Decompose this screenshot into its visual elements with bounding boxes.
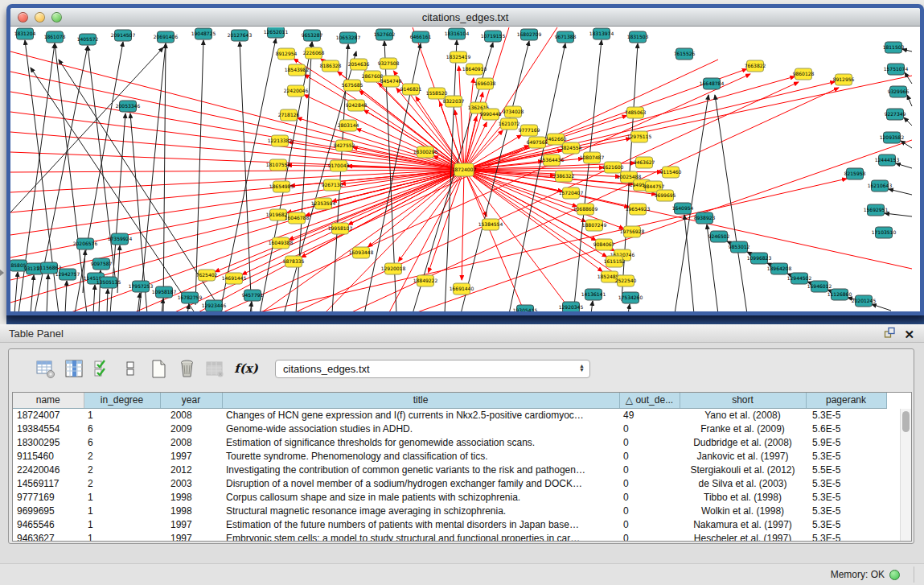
graph-node[interactable]: 8215958 <box>844 168 866 179</box>
graph-node[interactable]: 16093448 <box>349 247 374 258</box>
graph-node[interactable]: 20691406 <box>154 31 179 43</box>
cell-year[interactable]: 1998 <box>160 504 222 517</box>
table-panel-header[interactable]: Table Panel ✕ <box>0 324 924 343</box>
graph-node[interactable]: 1831503 <box>627 31 649 43</box>
graph-node[interactable]: 19048725 <box>191 28 216 39</box>
cell-year[interactable]: 2008 <box>160 408 222 422</box>
float-window-icon[interactable] <box>884 327 896 342</box>
graph-node[interactable]: 1527602 <box>374 29 396 40</box>
table-selector-dropdown[interactable]: citations_edges.txt ▲▼ <box>275 360 590 378</box>
graph-node[interactable]: 9699695 <box>655 190 676 201</box>
graph-node[interactable]: 7625402 <box>196 270 218 281</box>
graph-node[interactable]: 10807487 <box>580 152 605 163</box>
cell-year[interactable]: 1997 <box>160 517 222 531</box>
graph-node[interactable]: 9671388 <box>555 31 577 43</box>
panel-collapse-arrow[interactable] <box>0 270 4 276</box>
graph-node[interactable]: 7485063 <box>625 107 647 118</box>
column-header-out_degree[interactable]: △ out_de... <box>619 393 680 408</box>
graph-node[interactable]: 18325419 <box>446 51 471 63</box>
select-all-columns-icon[interactable] <box>92 358 113 379</box>
graph-node[interactable]: 16946012 <box>807 281 832 292</box>
graph-node[interactable]: 1558520 <box>426 88 448 99</box>
graph-node[interactable]: 8186328 <box>320 60 342 72</box>
table-row[interactable]: 911546021997Tourette syndrome. Phenomeno… <box>13 449 886 463</box>
graph-node[interactable]: 18640910 <box>462 64 487 75</box>
cell-title[interactable]: Estimation of significance thresholds fo… <box>222 435 619 449</box>
graph-node[interactable]: 12923446 <box>202 300 227 311</box>
cell-out_degree[interactable]: 0 <box>619 504 680 517</box>
graph-node[interactable]: 2718126 <box>278 109 300 121</box>
table-row[interactable]: 1938455462009Genome-wide association stu… <box>13 422 886 435</box>
cell-name[interactable]: 9777169 <box>13 490 84 504</box>
graph-node[interactable]: 16210643 <box>868 180 893 192</box>
cell-out_degree[interactable]: 0 <box>619 531 680 542</box>
graph-node[interactable]: 10719155 <box>481 31 506 42</box>
graph-node[interactable]: 1640954 <box>672 203 694 214</box>
network-canvas[interactable]: 1831204186107814055722091450720691406190… <box>10 27 920 311</box>
graph-node[interactable]: 17957253 <box>129 281 154 292</box>
graph-node[interactable]: 9457791 <box>242 290 264 301</box>
graph-node[interactable]: 2054636 <box>348 59 370 70</box>
graph-node[interactable]: 12652011 <box>264 27 289 38</box>
cell-in_degree[interactable]: 1 <box>84 408 160 422</box>
cell-year[interactable]: 1998 <box>160 490 222 504</box>
cell-short[interactable]: Hescheler et al. (1997) <box>680 531 806 542</box>
cell-short[interactable]: Jankovic et al. (1997) <box>680 449 806 463</box>
cell-name[interactable]: 18724007 <box>13 408 84 422</box>
cell-in_degree[interactable]: 2 <box>84 476 160 490</box>
column-header-title[interactable]: title <box>222 393 619 408</box>
graph-node[interactable]: 17359924 <box>108 233 133 245</box>
cell-pagerank[interactable]: 5.3E-5 <box>806 476 886 490</box>
graph-node[interactable]: 9734028 <box>503 106 524 117</box>
graph-node[interactable]: 2803144 <box>338 120 359 131</box>
close-icon[interactable]: ✕ <box>904 328 914 340</box>
graph-node[interactable]: 12944502 <box>787 273 812 284</box>
cell-pagerank[interactable]: 5.3E-5 <box>806 504 886 517</box>
graph-node[interactable]: 9246502 <box>708 231 730 242</box>
graph-node[interactable]: 9170043 <box>328 160 350 171</box>
graph-node[interactable]: 7386322 <box>553 171 575 182</box>
graph-node[interactable]: 16782759 <box>178 292 203 303</box>
graph-node[interactable]: 11126860 <box>827 289 852 300</box>
graph-node[interactable]: 18654985 <box>269 181 294 192</box>
graph-node[interactable]: 1696038 <box>474 78 496 89</box>
cell-name[interactable]: 14569117 <box>13 476 84 490</box>
network-view-window[interactable]: citations_edges.txt 18312041861078140557… <box>6 4 924 315</box>
graph-node[interactable]: 18849222 <box>413 275 438 286</box>
cell-in_degree[interactable]: 6 <box>84 422 160 435</box>
graph-node[interactable]: 12942757 <box>55 269 80 280</box>
cell-pagerank[interactable]: 5.3E-5 <box>806 517 886 531</box>
graph-node[interactable]: 17534260 <box>618 292 643 303</box>
graph-node[interactable]: 25364436 <box>540 154 565 166</box>
cell-pagerank[interactable]: 5.6E-5 <box>806 422 886 435</box>
graph-node[interactable]: 7663822 <box>745 60 766 72</box>
graph-node[interactable]: 7615526 <box>674 48 696 60</box>
cell-out_degree[interactable]: 0 <box>619 476 680 490</box>
cell-short[interactable]: Nakamura et al. (1997) <box>680 517 806 531</box>
cell-year[interactable]: 2009 <box>160 422 222 435</box>
cell-out_degree[interactable]: 0 <box>619 449 680 463</box>
cell-pagerank[interactable]: 5.3E-5 <box>806 408 886 422</box>
cell-in_degree[interactable]: 1 <box>84 531 160 542</box>
graph-node[interactable]: 20127643 <box>228 30 253 41</box>
delete-columns-icon[interactable] <box>176 358 197 379</box>
graph-node[interactable]: 19654923 <box>626 204 651 215</box>
table-mode-icon[interactable] <box>35 358 56 379</box>
graph-node[interactable]: 13505135 <box>97 277 121 288</box>
table-row[interactable]: 1830029562008Estimation of significance … <box>13 435 886 449</box>
cell-name[interactable]: 19384554 <box>13 422 84 435</box>
graph-node[interactable]: 9227349 <box>885 109 906 120</box>
table-row[interactable]: 2242004622012Investigating the contribut… <box>13 463 886 476</box>
cell-year[interactable]: 2003 <box>160 476 222 490</box>
graph-node[interactable]: 1621072 <box>499 118 520 130</box>
cell-pagerank[interactable]: 5.5E-5 <box>806 463 886 476</box>
graph-node[interactable]: 20201245 <box>852 295 877 307</box>
cell-in_degree[interactable]: 1 <box>84 490 160 504</box>
graph-node[interactable]: 5878335 <box>283 256 305 267</box>
graph-node[interactable]: 9777169 <box>519 125 540 136</box>
table-scrollbar-thumb[interactable] <box>902 411 910 432</box>
graph-node[interactable]: 1811503 <box>883 42 905 53</box>
graph-node[interactable]: 9329966 <box>888 86 910 97</box>
graph-node[interactable]: 16046788 <box>285 212 310 224</box>
graph-node[interactable]: 10958187 <box>152 286 177 298</box>
